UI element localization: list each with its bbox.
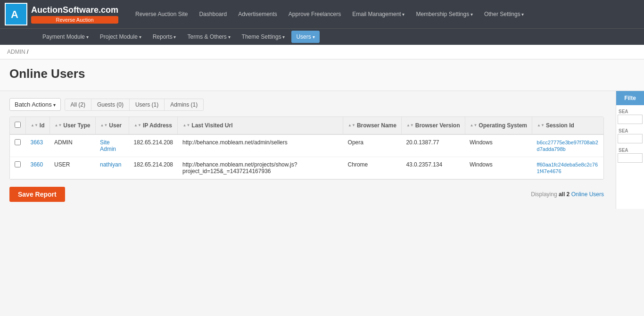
sort-ip-icon[interactable]: ▲▼	[134, 124, 141, 127]
row2-version: 43.0.2357.134	[401, 157, 465, 179]
filter-panel: Filte SEA SEA SEA	[616, 91, 644, 209]
th-session-label: Session Id	[546, 122, 574, 129]
sort-os-icon[interactable]: ▲▼	[470, 124, 478, 127]
displaying-link[interactable]: Online Users	[571, 191, 604, 198]
row1-id-link[interactable]: 3663	[31, 139, 43, 146]
nav1-advertisements[interactable]: Advertisements	[233, 8, 282, 20]
sort-url-icon[interactable]: ▲▼	[182, 124, 190, 127]
online-users-table: ▲▼ Id ▲▼ User Type ▲▼ User	[10, 117, 603, 179]
sort-user-icon[interactable]: ▲▼	[100, 124, 108, 127]
row2-ip: 182.65.214.208	[129, 157, 178, 179]
th-ip-label: IP Address	[143, 122, 172, 129]
row2-url: http://behance.mobleam.net/projects/show…	[178, 157, 343, 179]
row2-browser: Chrome	[343, 157, 402, 179]
filter-input-3[interactable]	[618, 153, 643, 163]
row2-session-id: ff60aa1fc24deba5e8c2c761f47e4676	[537, 162, 598, 174]
breadcrumb-admin[interactable]: ADMIN	[7, 49, 25, 55]
row2-user: nathiyan	[95, 157, 129, 179]
th-operating-system: ▲▼ Operating System	[465, 117, 532, 134]
nav1-membership-settings[interactable]: Membership Settings	[411, 8, 478, 20]
select-all-checkbox[interactable]	[15, 122, 21, 128]
breadcrumb-separator: /	[27, 49, 28, 55]
th-ip-address: ▲▼ IP Address	[129, 117, 178, 134]
th-user-type: ▲▼ User Type	[50, 117, 95, 134]
table-row: 3660 USER nathiyan 182.65.214.208 http:/…	[10, 157, 603, 179]
main-content: Batch Actions All (2) Guests (0) Users (…	[0, 91, 644, 209]
nav2-project-module[interactable]: Project Module	[95, 31, 146, 43]
displaying-label: Displaying	[531, 191, 557, 198]
th-id: ▲▼ Id	[26, 117, 50, 134]
nav1-dashboard[interactable]: Dashboard	[194, 8, 231, 20]
toolbar: Batch Actions All (2) Guests (0) Users (…	[9, 98, 635, 111]
nav2-users[interactable]: Users	[291, 31, 319, 43]
th-id-label: Id	[40, 122, 45, 129]
row2-user-type: USER	[50, 157, 95, 179]
displaying-info: Displaying all 2 Online Users	[531, 191, 604, 198]
tab-all[interactable]: All (2)	[65, 99, 91, 111]
sort-session-icon[interactable]: ▲▼	[537, 124, 545, 127]
nav1-email-management[interactable]: Email Management	[347, 8, 409, 20]
nav1-other-settings[interactable]: Other Settings	[479, 8, 529, 20]
row2-id-link[interactable]: 3660	[31, 161, 43, 168]
row1-os: Windows	[465, 134, 532, 157]
row2-session: ff60aa1fc24deba5e8c2c761f47e4676	[532, 157, 603, 179]
tab-admins[interactable]: Admins (1)	[165, 99, 204, 111]
th-user-type-label: User Type	[63, 122, 90, 129]
nav2-terms-others[interactable]: Terms & Others	[182, 31, 235, 43]
nav2-reports[interactable]: Reports	[148, 31, 181, 43]
online-users-table-wrapper: ▲▼ Id ▲▼ User Type ▲▼ User	[9, 116, 604, 180]
th-version-label: Browser Version	[415, 122, 460, 129]
row1-user-type: ADMIN	[50, 134, 95, 157]
svg-text:A: A	[11, 8, 18, 20]
row1-version: 20.0.1387.77	[401, 134, 465, 157]
row1-browser: Opera	[343, 134, 402, 157]
row2-id: 3660	[26, 157, 50, 179]
logo-area: A AuctionSoftware.com Reverse Auction	[5, 3, 118, 25]
nav1-approve-freelancers[interactable]: Approve Freelancers	[284, 8, 346, 20]
row2-checkbox-cell	[10, 157, 26, 179]
row1-user-link[interactable]: Site Admin	[100, 139, 116, 152]
row1-id: 3663	[26, 134, 50, 157]
sort-id-icon[interactable]: ▲▼	[31, 124, 38, 127]
row2-checkbox[interactable]	[15, 161, 21, 167]
filter-input-area: SEA SEA SEA	[616, 105, 644, 168]
th-os-label: Operating System	[479, 122, 527, 129]
page-title: Online Users	[9, 67, 635, 81]
sort-browser-icon[interactable]: ▲▼	[348, 124, 355, 127]
row1-user: Site Admin	[95, 134, 129, 157]
sort-version-icon[interactable]: ▲▼	[406, 124, 414, 127]
row1-checkbox[interactable]	[15, 139, 21, 145]
nav2-theme-settings[interactable]: Theme Settings	[237, 31, 290, 43]
row1-session: b6cc27775e3be97f708ab2d7adda798b	[532, 134, 603, 157]
row2-user-link[interactable]: nathiyan	[100, 161, 121, 168]
nav2-payment-module[interactable]: Payment Module	[38, 31, 93, 43]
batch-actions-button[interactable]: Batch Actions	[9, 98, 61, 111]
filter-tab[interactable]: Filte	[616, 91, 644, 105]
th-browser-label: Browser Name	[357, 122, 396, 129]
th-user-label: User	[109, 122, 122, 129]
tab-users[interactable]: Users (1)	[130, 99, 165, 111]
page-header: Online Users	[0, 59, 644, 91]
th-checkbox	[10, 117, 26, 134]
filter-label-2: SEA	[618, 127, 643, 134]
table-row: 3663 ADMIN Site Admin 182.65.214.208 htt…	[10, 134, 603, 157]
nav1-reverse-auction-site[interactable]: Reverse Auction Site	[131, 8, 192, 20]
th-browser-version: ▲▼ Browser Version	[401, 117, 465, 134]
save-report-button[interactable]: Save Report	[9, 187, 65, 202]
th-last-visited-url: ▲▼ Last Visited Url	[178, 117, 343, 134]
th-url-label: Last Visited Url	[191, 122, 232, 129]
table-footer: Save Report Displaying all 2 Online User…	[9, 187, 604, 202]
row1-url: http://behance.mobleam.net/admin/sellers	[178, 134, 343, 157]
filter-label-3: SEA	[618, 146, 643, 153]
nav1-links: Reverse Auction Site Dashboard Advertise…	[131, 8, 528, 20]
filter-input-2[interactable]	[618, 134, 643, 143]
displaying-count: all 2	[559, 191, 570, 198]
filter-label-1: SEA	[618, 108, 643, 115]
tab-group: All (2) Guests (0) Users (1) Admins (1)	[65, 99, 204, 111]
th-browser-name: ▲▼ Browser Name	[343, 117, 402, 134]
filter-input-1[interactable]	[618, 115, 643, 124]
row1-session-id: b6cc27775e3be97f708ab2d7adda798b	[537, 140, 598, 152]
sort-user-type-icon[interactable]: ▲▼	[55, 124, 62, 127]
tab-guests[interactable]: Guests (0)	[91, 99, 130, 111]
logo-text: AuctionSoftware.com	[31, 5, 118, 15]
